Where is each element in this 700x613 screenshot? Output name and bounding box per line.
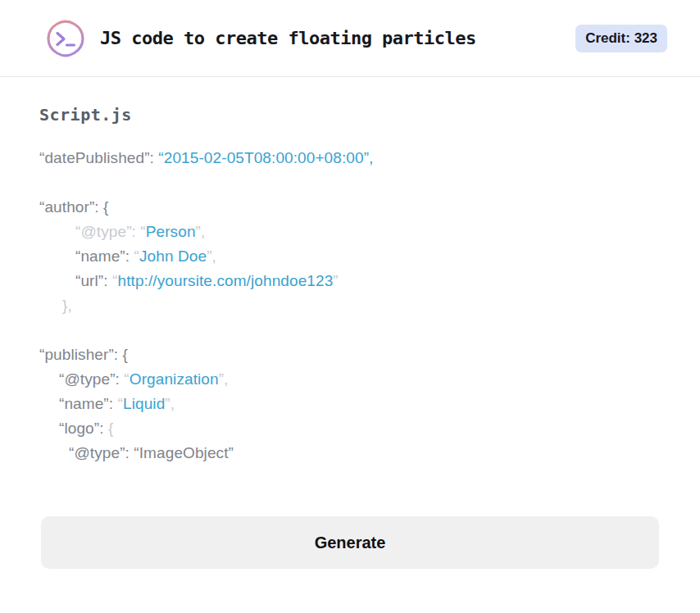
code-token-faded: ” bbox=[333, 272, 338, 289]
code-token-key: “@type”: “ImageObject” bbox=[69, 444, 234, 461]
main-content: Script.js “datePublished”: “2015-02-05T0… bbox=[0, 105, 700, 465]
code-token-value: John Doe bbox=[139, 247, 207, 265]
script-filename-heading: Script.js bbox=[39, 105, 661, 125]
code-line: “@type”: “Person”, bbox=[39, 220, 661, 244]
code-token-value: “2015-02-05T08:00:00+08:00”, bbox=[158, 149, 373, 166]
code-token-key: “name”: bbox=[75, 247, 134, 265]
code-token-key: “publisher”: { bbox=[39, 346, 128, 363]
page-title: JS code to create floating particles bbox=[100, 28, 476, 48]
code-line: “url”: “http://yoursite.com/johndoe123” bbox=[39, 269, 661, 293]
code-line: “name”: “Liquid”, bbox=[39, 392, 661, 416]
code-token-value: http://yoursite.com/johndoe123 bbox=[117, 272, 333, 289]
code-token-faded: ”, bbox=[207, 247, 216, 265]
code-line: “name”: “John Doe”, bbox=[39, 244, 661, 269]
code-line: “publisher”: { bbox=[39, 343, 661, 367]
credit-badge: Credit: 323 bbox=[575, 25, 667, 52]
generate-button[interactable]: Generate bbox=[41, 516, 659, 569]
code-line: “@type”: “ImageObject” bbox=[39, 441, 661, 465]
code-token-faded: }, bbox=[62, 297, 72, 314]
header: JS code to create floating particles Cre… bbox=[0, 0, 700, 77]
code-line: “author”: { bbox=[39, 195, 661, 220]
code-block: “datePublished”: “2015-02-05T08:00:00+08… bbox=[39, 146, 661, 465]
code-token-value: Liquid bbox=[123, 395, 165, 412]
footer: Generate bbox=[0, 516, 700, 569]
code-token-key: “name”: bbox=[59, 395, 118, 412]
code-token-key: “@type”: bbox=[59, 370, 124, 388]
code-token-key: “logo”: bbox=[59, 420, 108, 437]
code-token-faded: ”, bbox=[165, 395, 175, 412]
code-token-faded: “@type”: bbox=[75, 223, 140, 240]
code-line: }, bbox=[39, 293, 661, 318]
code-token-key: “url”: bbox=[75, 272, 112, 289]
code-line bbox=[39, 318, 661, 343]
code-line: “@type”: “Organization”, bbox=[39, 367, 661, 392]
code-line: “logo”: { bbox=[39, 416, 661, 441]
code-token-faded: ”, bbox=[196, 223, 206, 240]
code-line bbox=[39, 170, 661, 195]
terminal-prompt-hexagon-icon bbox=[46, 16, 85, 61]
code-token-faded: { bbox=[108, 420, 113, 437]
code-token-value: Person bbox=[146, 223, 196, 240]
code-token-key: “datePublished”: bbox=[39, 149, 158, 166]
code-line: “datePublished”: “2015-02-05T08:00:00+08… bbox=[39, 146, 661, 170]
code-token-value: Organization bbox=[130, 370, 219, 388]
code-token-key: “author”: { bbox=[39, 198, 109, 216]
code-token-faded: ”, bbox=[219, 370, 229, 388]
